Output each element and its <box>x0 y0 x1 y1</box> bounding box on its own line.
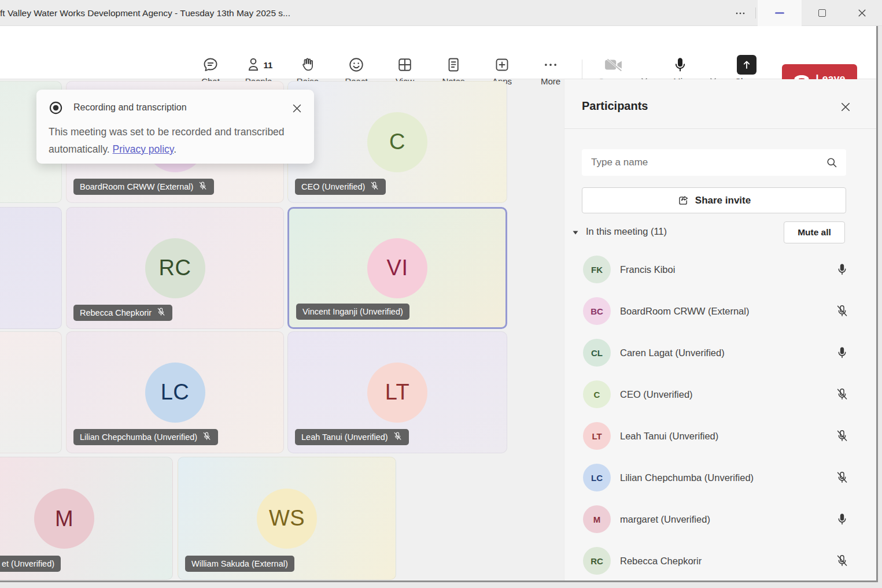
microphone-icon <box>671 55 689 75</box>
participant-row[interactable]: CL Caren Lagat (Unverified) <box>564 332 876 373</box>
panel-title: Participants <box>582 99 648 113</box>
avatar: WS <box>257 489 317 549</box>
video-tile-partial[interactable] <box>0 207 62 329</box>
window-border <box>878 26 882 588</box>
tile-name-label: BoardRoom CRWW (External) <box>73 179 214 195</box>
notification-title: Recording and transcription <box>73 102 187 113</box>
tile-name-label: Leah Tanui (Unverified) <box>295 429 409 445</box>
avatar: RC <box>583 547 611 575</box>
grid-icon <box>396 55 414 75</box>
maximize-button[interactable] <box>802 0 842 26</box>
avatar: RC <box>145 238 205 298</box>
chat-bubble-icon <box>202 55 219 75</box>
titlebar-divider <box>755 8 756 19</box>
avatar: VI <box>367 238 427 298</box>
avatar: BC <box>583 297 611 325</box>
titlebar-more-icon[interactable] <box>728 0 753 26</box>
recording-notification: Recording and transcription This meeting… <box>36 90 314 164</box>
participant-row[interactable]: LC Lilian Chepchumba (Unverified) <box>564 457 876 498</box>
avatar: C <box>583 380 611 408</box>
participant-row[interactable]: M margaret (Unverified) <box>564 498 876 540</box>
panel-divider <box>564 128 876 129</box>
video-tile-partial[interactable] <box>0 331 62 453</box>
mic-muted-icon <box>156 307 166 319</box>
notification-body: This meeting was set to be recorded and … <box>49 123 302 158</box>
close-panel-icon[interactable] <box>839 100 853 114</box>
tile-name-label: Lilian Chepchumba (Unverified) <box>73 429 218 445</box>
mic-status-icon[interactable] <box>835 387 850 402</box>
titlebar: ft Valley Water Works Development Agency… <box>0 0 882 26</box>
mic-status-icon[interactable] <box>835 304 850 319</box>
meeting-title: ft Valley Water Works Development Agency… <box>0 0 290 26</box>
collapse-triangle-icon[interactable] <box>571 228 580 236</box>
video-tile-leah[interactable]: LT Leah Tanui (Unverified) <box>287 331 507 453</box>
mic-status-icon[interactable] <box>835 345 850 360</box>
video-tile-vincent-active-speaker[interactable]: VI Vincent Inganji (Unverified) <box>287 207 507 329</box>
search-input[interactable] <box>582 149 846 176</box>
camera-off-icon <box>604 55 623 75</box>
share-invite-button[interactable]: Share invite <box>582 187 846 213</box>
mic-muted-icon <box>393 431 403 443</box>
participant-row[interactable]: FK Francis Kiboi <box>564 249 876 290</box>
avatar: FK <box>583 256 611 283</box>
tile-name-label: William Sakuda (External) <box>185 556 294 572</box>
search-icon <box>825 156 839 169</box>
privacy-policy-link[interactable]: Privacy policy <box>113 143 174 155</box>
participant-row[interactable]: RC Rebecca Chepkorir <box>564 540 876 582</box>
tile-name-label: et (Unverified) <box>0 556 61 572</box>
tile-name-label: Rebecca Chepkorir <box>73 305 172 321</box>
video-tile-william[interactable]: WS William Sakuda (External) <box>178 457 396 580</box>
avatar: M <box>583 505 611 533</box>
avatar: LT <box>367 363 427 423</box>
close-icon[interactable] <box>290 101 304 115</box>
ellipsis-icon <box>542 55 559 75</box>
participant-row[interactable]: C CEO (Unverified) <box>564 373 876 415</box>
avatar: LT <box>583 422 611 450</box>
share-arrow-up-icon <box>737 55 756 75</box>
avatar: C <box>367 112 427 172</box>
participants-panel: Participants Share invite In this meetin… <box>564 79 876 582</box>
video-tile-margaret[interactable]: M et (Unverified) <box>0 457 173 580</box>
raised-hand-icon <box>299 55 316 75</box>
mic-muted-icon <box>198 181 208 193</box>
mute-all-button[interactable]: Mute all <box>784 221 845 243</box>
people-count-badge: 11 <box>264 60 273 70</box>
record-dot-icon <box>49 101 63 115</box>
window-border <box>0 582 882 588</box>
mic-muted-icon <box>202 431 212 443</box>
participant-row[interactable]: LT Leah Tanui (Unverified) <box>564 415 876 457</box>
smiley-icon <box>348 55 365 75</box>
meeting-toolbar: Chat 11 People Raise React View Notes Ap… <box>0 26 882 79</box>
mic-status-icon[interactable] <box>835 553 850 568</box>
teams-meeting-window: ft Valley Water Works Development Agency… <box>0 0 882 588</box>
mic-status-icon[interactable] <box>835 470 850 485</box>
maximize-square-icon <box>818 9 826 17</box>
share-invite-icon <box>677 194 689 206</box>
participant-row[interactable]: BC BoardRoom CRWW (External) <box>564 290 876 332</box>
avatar: M <box>34 489 94 549</box>
mic-status-icon[interactable] <box>835 512 850 527</box>
minimize-button[interactable] <box>758 0 802 26</box>
tile-name-label: Vincent Inganji (Unverified) <box>296 304 409 320</box>
video-tile-rebecca[interactable]: RC Rebecca Chepkorir <box>66 207 284 329</box>
close-window-button[interactable] <box>842 0 882 26</box>
mic-status-icon[interactable] <box>835 428 850 443</box>
minimize-dash-icon <box>775 12 784 14</box>
mic-muted-icon <box>370 181 379 193</box>
section-label[interactable]: In this meeting (11) <box>586 226 667 237</box>
video-tile-ceo[interactable]: C CEO (Unverified) <box>287 81 507 203</box>
avatar: LC <box>583 464 611 491</box>
plus-square-icon <box>493 55 511 75</box>
video-tile-lilian[interactable]: LC Lilian Chepchumba (Unverified) <box>66 331 284 453</box>
avatar: CL <box>583 339 611 367</box>
avatar: LC <box>145 363 205 423</box>
in-this-meeting-section: In this meeting (11) Mute all <box>564 221 876 244</box>
person-icon: 11 <box>245 55 273 75</box>
tile-name-label: CEO (Unverified) <box>295 179 386 195</box>
mic-status-icon[interactable] <box>835 262 850 277</box>
document-icon <box>445 55 462 75</box>
